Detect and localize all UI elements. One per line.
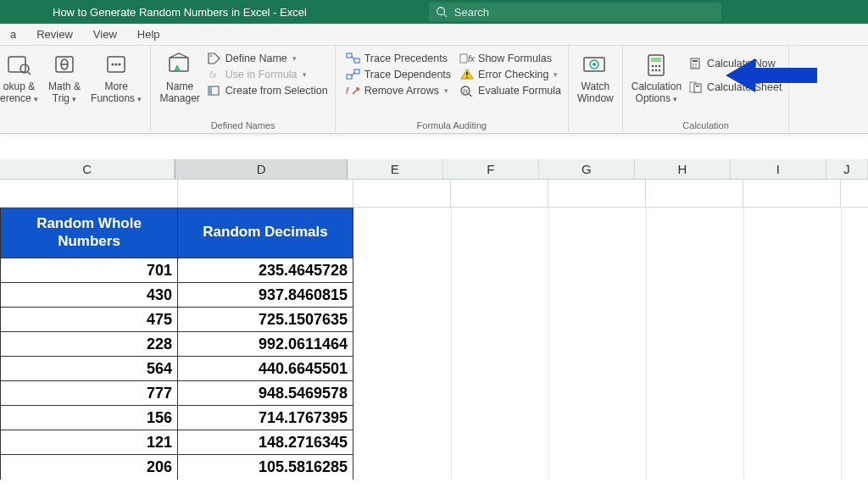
define-name-button[interactable]: Define Name ▾: [207, 53, 328, 64]
spreadsheet[interactable]: C D E F G H I J Random Whole Numbers 701…: [0, 159, 868, 480]
header-random-whole[interactable]: Random Whole Numbers: [1, 208, 177, 258]
svg-rect-44: [693, 60, 698, 62]
tab-help[interactable]: Help: [127, 24, 170, 45]
svg-point-37: [652, 65, 654, 68]
svg-text:fx: fx: [468, 54, 475, 64]
tag-icon: [208, 53, 221, 64]
cell[interactable]: 228: [1, 332, 177, 357]
svg-line-1: [443, 14, 447, 18]
svg-text:fx: fx: [209, 69, 217, 80]
trace-dependents-button[interactable]: Trace Dependents: [346, 69, 451, 80]
chevron-down-icon: ▾: [554, 70, 558, 79]
col-header-e[interactable]: E: [348, 159, 443, 179]
column-d[interactable]: Random Decimals 235.4645728 937.8460815 …: [178, 208, 353, 480]
svg-point-28: [466, 76, 468, 78]
svg-point-13: [210, 55, 212, 57]
cell[interactable]: 992.0611464: [178, 332, 353, 357]
calculation-options-button[interactable]: Calculation Options ▾: [626, 47, 687, 114]
col-header-j[interactable]: J: [826, 159, 868, 179]
ribbon-tabs: a Review View Help: [0, 24, 868, 46]
tab-review[interactable]: Review: [26, 24, 83, 45]
svg-point-45: [693, 64, 694, 65]
column-c[interactable]: Random Whole Numbers 701 430 475 228 564…: [0, 208, 178, 480]
cell[interactable]: 105.5816285: [178, 455, 353, 480]
formula-auditing-group-label: Formula Auditing: [339, 119, 565, 133]
watch-window-button[interactable]: Watch Window: [572, 47, 619, 114]
lookup-reference-button[interactable]: okup & erence ▾: [0, 47, 43, 114]
svg-rect-51: [696, 86, 699, 87]
math-trig-button[interactable]: Math & Trig ▾: [43, 47, 86, 114]
header-random-decimals[interactable]: Random Decimals: [178, 208, 353, 258]
svg-rect-18: [354, 58, 359, 63]
tab-view[interactable]: View: [83, 24, 127, 45]
col-header-d[interactable]: D: [175, 159, 347, 179]
svg-point-42: [659, 69, 661, 72]
col-header-g[interactable]: G: [539, 159, 635, 179]
cell[interactable]: 714.1767395: [178, 406, 353, 430]
svg-point-34: [593, 63, 596, 66]
cell[interactable]: 475: [1, 308, 177, 332]
create-selection-icon: [208, 85, 221, 97]
title-bar: How to Generate Random Numbers in Excel …: [0, 0, 868, 24]
svg-rect-43: [691, 58, 699, 69]
trace-precedents-icon: [346, 53, 361, 64]
search-icon: [436, 6, 448, 18]
formula-icon: fx: [208, 69, 221, 80]
more-functions-button[interactable]: More Functions ▾: [86, 47, 147, 114]
cell[interactable]: 725.1507635: [178, 308, 353, 332]
col-header-f[interactable]: F: [443, 159, 539, 179]
create-from-selection-button[interactable]: Create from Selection: [207, 85, 328, 97]
theta-icon: [53, 53, 75, 77]
name-manager-icon: [166, 53, 193, 78]
chevron-down-icon: ▾: [34, 95, 38, 103]
col-header-h[interactable]: H: [635, 159, 731, 179]
use-in-formula-button: fx Use in Formula ▾: [207, 69, 328, 80]
cell[interactable]: 937.8460815: [178, 283, 353, 308]
column-headers: C D E F G H I J: [0, 159, 868, 180]
cell[interactable]: 156: [1, 406, 177, 430]
svg-line-24: [353, 88, 359, 94]
svg-line-31: [469, 94, 472, 97]
search-placeholder: Search: [454, 6, 489, 19]
cell[interactable]: 430: [1, 283, 177, 308]
search-box[interactable]: Search: [429, 3, 721, 21]
svg-point-47: [693, 66, 694, 68]
tab-partial[interactable]: a: [0, 24, 26, 45]
cell[interactable]: 777: [1, 381, 177, 406]
watch-window-icon: [581, 53, 609, 78]
name-manager-button[interactable]: Name Manager: [154, 47, 204, 114]
cell[interactable]: 235.4645728: [178, 258, 353, 283]
cell[interactable]: 701: [1, 258, 177, 283]
show-formulas-icon: fx: [459, 53, 475, 64]
more-functions-icon: [105, 53, 127, 77]
svg-rect-25: [460, 54, 467, 63]
chevron-down-icon: ▾: [72, 95, 76, 103]
cell[interactable]: 121: [1, 430, 177, 455]
cell[interactable]: 206: [1, 455, 177, 480]
svg-point-41: [655, 69, 658, 72]
svg-rect-20: [347, 75, 352, 79]
annotation-arrow: [726, 54, 819, 97]
cell[interactable]: 440.6645501: [178, 357, 353, 381]
col-header-c[interactable]: C: [0, 159, 175, 179]
error-checking-button[interactable]: Error Checking ▾: [459, 69, 561, 80]
chevron-down-icon: ▾: [673, 95, 677, 103]
trace-precedents-button[interactable]: Trace Precedents: [346, 53, 451, 64]
empty-grid[interactable]: [353, 208, 868, 480]
trace-dependents-icon: [346, 69, 361, 80]
calculate-sheet-icon: [689, 81, 703, 93]
svg-point-38: [655, 65, 658, 68]
evaluate-formula-button[interactable]: fx Evaluate Formula: [459, 85, 561, 97]
chevron-down-icon: ▾: [444, 86, 448, 95]
cell[interactable]: 948.5469578: [178, 381, 353, 406]
col-header-i[interactable]: I: [731, 159, 826, 179]
svg-rect-16: [209, 86, 212, 95]
show-formulas-button[interactable]: fx Show Formulas: [459, 53, 561, 64]
lookup-icon: [7, 53, 32, 77]
chevron-down-icon: ▾: [303, 70, 307, 79]
remove-arrows-button[interactable]: f Remove Arrows ▾: [346, 85, 451, 97]
error-checking-icon: [459, 69, 475, 80]
cell[interactable]: 564: [1, 357, 177, 381]
svg-point-48: [695, 66, 697, 68]
cell[interactable]: 148.2716345: [178, 430, 353, 455]
